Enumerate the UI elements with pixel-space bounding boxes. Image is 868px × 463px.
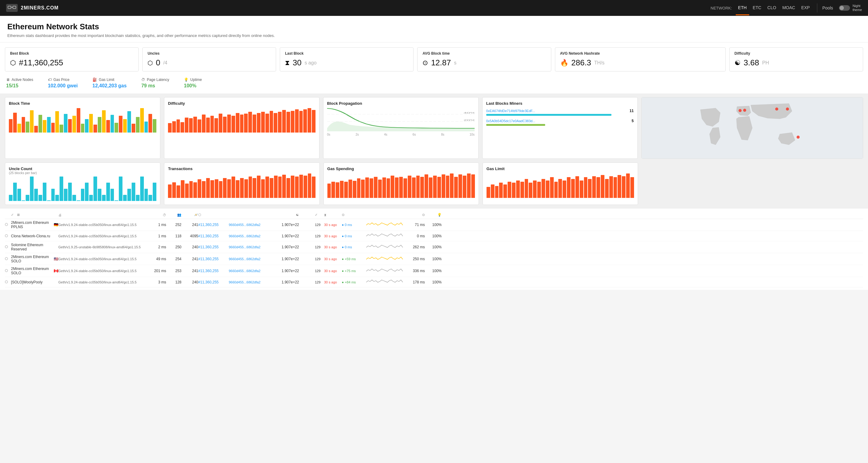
chart-bars-gas-limit: [487, 174, 634, 198]
row-hash: 9660d455...6862dfa2: [229, 257, 273, 261]
difficulty-icon: ☯: [735, 59, 741, 67]
nav-logo[interactable]: 2MINERS.COM: [6, 4, 59, 12]
row-pending: 241: [181, 223, 198, 227]
chart-block-propagation: Block Propagation 40% 20% 0s2s4s6s8s10s: [323, 97, 478, 159]
row-status-dot: [5, 234, 11, 238]
row-node-name: Solomine Ethereum Reserved: [11, 243, 58, 251]
nav-link-eth[interactable]: ETH: [736, 1, 749, 15]
uncles-value: 0: [156, 58, 160, 67]
nav-link-clo[interactable]: CLO: [765, 1, 779, 15]
stat-card-difficulty: Difficulty ☯ 3.68 PH: [729, 47, 863, 71]
charts-row-2: Uncle Count (25 blocks per bar) Transact…: [5, 162, 863, 205]
navbar: 2MINERS.COM NETWORK: ETH ETC CLO MOAC EX…: [0, 0, 868, 16]
th-diff: ☯: [273, 213, 299, 217]
chart-last-blocks-miners: Last Blocks Miners 0xEA674fdDe714fd979de…: [482, 97, 638, 159]
chart-block-time: Block Time: [5, 97, 160, 159]
row-client: Geth/v1.9.24-stable-cc05b050/linux-amd64…: [58, 280, 149, 284]
stat-card-uncles: Uncles ⬡ 0 /4: [142, 47, 276, 71]
nav-link-moac[interactable]: MOAC: [780, 1, 798, 15]
chart-subtitle: (25 blocks per bar): [9, 171, 156, 175]
stat-page-latency: ⏱ Page Latency 79 ms: [142, 78, 169, 89]
page-title: Ethereum Network Stats: [7, 22, 861, 31]
stat-label: AVG Network Hashrate: [560, 51, 720, 56]
row-latency: 1 ms: [149, 223, 166, 227]
night-theme-toggle[interactable]: Nighttheme: [839, 4, 862, 12]
row-status-dot: [5, 223, 11, 227]
toggle-knob: [840, 6, 844, 10]
node-name-text: 2Miners.com Ethereum PPLNS: [11, 220, 53, 229]
row-lastblock-time: 30 s ago: [324, 280, 342, 284]
row-chart: [366, 268, 406, 275]
uncles-icon: ⬡: [148, 59, 153, 67]
row-block: #11,360,255: [198, 223, 229, 227]
th-client: 🖨: [58, 213, 149, 217]
table-row: 2Miners.com Ethereum SOLO 🇺🇸 Geth/v1.9.2…: [5, 253, 863, 265]
row-uptime: 100%: [425, 257, 442, 261]
row-uptime: 100%: [425, 269, 442, 273]
row-hash: 9660d455...6862dfa2: [229, 223, 273, 226]
row-pending: 241: [181, 269, 198, 273]
row-lastblock-time: 30 s ago: [324, 234, 342, 238]
chart-bars-difficulty: [168, 108, 315, 132]
row-latency: 201 ms: [149, 269, 166, 273]
row-proptime: ● +59 ms: [342, 257, 366, 261]
flag-icon: 🇨🇦: [54, 269, 58, 273]
nav-divider: [817, 3, 817, 12]
nav-link-etc[interactable]: ETC: [750, 1, 764, 15]
miner-addr-1: 0xEA674fdDe714fd979de3EdF...: [486, 109, 535, 113]
row-diff: 1.907e+22: [273, 280, 299, 284]
table-section: ✓ 🖥 🖨 ⏱ 👥 🪐 ⬡ ☯ ✓ ⧗ ⊙ ⊙ 💡 2Miners.com Et…: [0, 209, 868, 290]
row-uptime: 100%: [425, 245, 442, 249]
row-chart: [366, 244, 406, 251]
row-status-dot: [5, 280, 11, 284]
stat-card-hashrate: AVG Network Hashrate 🔥 286.3 TH/s: [555, 47, 726, 71]
stat-card-avg-block-time: AVG Block time ⊙ 12.87 s: [417, 47, 551, 71]
svg-point-7: [743, 109, 746, 112]
chart-gas-spending: Gas Spending: [323, 162, 479, 205]
stat-label: Best Block: [10, 51, 133, 56]
propagation-svg: 40% 20%: [327, 107, 475, 131]
row-block: #11,360,255: [198, 245, 229, 249]
row-lastblock-check: 129: [315, 269, 324, 273]
gas-limit-icon: ⛽: [93, 78, 97, 82]
row-node-name: [SOLO]WoolyPooly: [11, 280, 58, 284]
logo-icon: [6, 4, 18, 12]
svg-rect-0: [8, 6, 11, 8]
page-latency-value: 79 ms: [142, 83, 169, 89]
row-hash: 9660d455...6862dfa2: [229, 269, 273, 273]
last-block-unit: s ago: [305, 60, 316, 66]
chart-title: Block Propagation: [327, 101, 475, 106]
row-hash: 9660d455...6862dfa2: [229, 245, 273, 249]
row-proptime: ● 0 ms: [342, 223, 366, 226]
svg-point-8: [739, 109, 742, 112]
svg-point-11: [797, 135, 800, 138]
sparkline-svg: [366, 221, 403, 227]
stats-cards-section: Best Block ⬡ #11,360,255 Uncles ⬡ 0 /4 L…: [0, 42, 868, 93]
toggle-switch[interactable]: [839, 5, 850, 11]
chart-title: Uncle Count: [9, 166, 156, 171]
row-lastblock-time: 30 s ago: [324, 257, 342, 261]
node-name-text: 2Miners.com Ethereum SOLO: [11, 255, 53, 263]
miner-count-1: 11: [629, 109, 633, 113]
avg-block-value: 12.87: [431, 58, 451, 67]
node-name-text: Solomine Ethereum Reserved: [11, 243, 57, 251]
sparkline-svg: [366, 256, 403, 262]
row-diff: 1.907e+22: [273, 257, 299, 261]
row-proptime: ● 0 ms: [342, 245, 366, 249]
row-chart: [366, 256, 406, 263]
row-lat2: 262 ms: [406, 245, 425, 249]
chart-title: Block Time: [9, 101, 156, 106]
row-pending: 240: [181, 245, 198, 249]
th-lastblock-check: ✓: [315, 213, 324, 217]
th-pending: 🪐: [181, 213, 198, 217]
pools-link[interactable]: Pools: [822, 5, 833, 10]
active-nodes-label: Active Nodes: [11, 78, 33, 82]
row-latency: 49 ms: [149, 257, 166, 261]
row-client: Geth/v1.9.25-unstable-6b985808/linux-amd…: [58, 245, 149, 249]
nav-link-exp[interactable]: EXP: [799, 1, 812, 15]
last-block-icon: ⧗: [285, 59, 289, 67]
row-peers: 250: [166, 245, 181, 249]
row-hash: 9660d455...6862dfa2: [229, 234, 273, 238]
row-status-dot: [5, 257, 11, 261]
row-lastblock-time: 30 s ago: [324, 223, 342, 226]
